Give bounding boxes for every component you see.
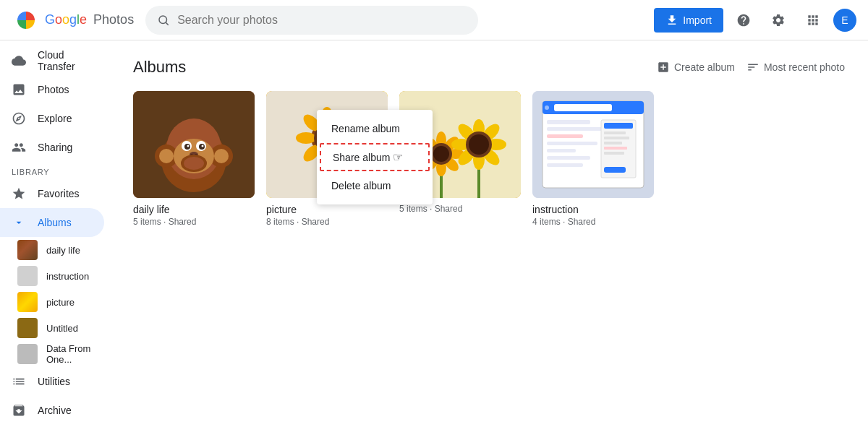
svg-point-0 (159, 16, 167, 24)
album-untitled-label: Untitled (46, 323, 78, 334)
albums-expand-icon (12, 215, 26, 230)
context-menu-share[interactable]: Share album ☞ (320, 143, 430, 171)
context-menu: Rename album Share album ☞ Delete album (317, 110, 433, 204)
sidebar-item-albums[interactable]: Albums (0, 208, 104, 237)
sidebar-album-picture[interactable]: picture (0, 289, 104, 315)
sidebar-item-archive[interactable]: Archive (0, 396, 104, 425)
logo-text: Google Photos (45, 12, 134, 27)
album-instruction-label: instruction (46, 271, 89, 282)
search-icon (157, 14, 170, 27)
album-picture-label: picture (46, 297, 75, 308)
svg-rect-82 (604, 167, 626, 173)
svg-rect-76 (604, 123, 633, 129)
sidebar: Cloud Transfer Photos Explore Sharing LI… (0, 40, 110, 427)
album-thumb-data (17, 344, 38, 364)
svg-point-62 (469, 134, 489, 155)
album-data-label: Data From One... (46, 343, 93, 365)
instruction-image (532, 91, 654, 198)
help-icon (736, 13, 751, 27)
album-name-daily-life: daily life (133, 204, 255, 215)
sort-icon (746, 61, 760, 74)
sidebar-item-explore[interactable]: Explore (0, 104, 104, 133)
utilities-icon (12, 374, 26, 389)
sidebar-album-instruction[interactable]: instruction (0, 263, 104, 289)
svg-rect-81 (604, 152, 624, 155)
sidebar-album-untitled[interactable]: Untitled (0, 315, 104, 341)
svg-rect-78 (604, 137, 629, 139)
sidebar-item-sharing[interactable]: Sharing (0, 133, 104, 162)
sidebar-album-daily-life[interactable]: daily life (0, 237, 104, 263)
svg-point-14 (187, 145, 190, 147)
apps-button[interactable] (799, 6, 827, 35)
create-album-icon (657, 61, 670, 74)
album-meta-daily-life: 5 items · Shared (133, 217, 255, 227)
album-thumb-daily-life (17, 240, 38, 260)
sharing-icon (12, 140, 26, 155)
album-daily-life-label: daily life (46, 245, 80, 256)
import-button[interactable]: Import (654, 8, 723, 33)
svg-rect-74 (547, 163, 583, 167)
search-input[interactable] (177, 14, 467, 27)
context-menu-delete[interactable]: Delete album (317, 173, 433, 199)
photos-label: Photos (38, 84, 69, 95)
album-cover-daily-life (133, 91, 255, 198)
svg-point-15 (202, 145, 204, 147)
sidebar-item-favorites[interactable]: Favorites (0, 179, 104, 208)
favorites-icon (12, 186, 26, 201)
svg-point-26 (296, 132, 316, 144)
svg-line-1 (166, 22, 169, 25)
utilities-label: Utilities (38, 376, 70, 387)
svg-point-51 (433, 146, 449, 162)
albums-grid: daily life 5 items · Shared (133, 91, 845, 227)
sidebar-item-cloud-transfer[interactable]: Cloud Transfer (0, 46, 104, 75)
search-bar[interactable] (145, 6, 478, 35)
album-card-instruction[interactable]: instruction 4 items · Shared (532, 91, 654, 227)
most-recent-label: Most recent photo (764, 61, 845, 73)
context-menu-rename[interactable]: Rename album (317, 116, 433, 142)
svg-rect-73 (547, 156, 590, 160)
svg-rect-66 (554, 104, 612, 111)
svg-rect-70 (547, 134, 583, 138)
sidebar-item-photos[interactable]: Photos (0, 75, 104, 104)
album-meta-picture: 8 items · Shared (266, 217, 388, 227)
help-button[interactable] (729, 6, 758, 35)
create-album-label: Create album (674, 61, 735, 73)
logo: Google Photos (12, 6, 134, 35)
album-meta-instruction: 4 items · Shared (532, 217, 654, 227)
album-thumb-picture (17, 292, 38, 312)
sharing-label: Sharing (38, 142, 72, 153)
albums-label: Albums (38, 217, 72, 228)
cloud-icon (12, 53, 26, 68)
svg-rect-68 (547, 120, 590, 124)
cloud-transfer-label: Cloud Transfer (38, 49, 93, 72)
album-thumb-instruction (17, 266, 38, 286)
avatar[interactable]: E (833, 9, 856, 32)
archive-label: Archive (38, 405, 72, 416)
page-title: Albums (133, 58, 186, 77)
svg-point-67 (545, 105, 549, 110)
archive-icon (12, 403, 26, 418)
apps-icon (806, 13, 820, 27)
monkey-image (133, 91, 255, 198)
photo-icon (12, 82, 26, 97)
most-recent-button[interactable]: Most recent photo (746, 61, 845, 74)
album-card-daily-life[interactable]: daily life 5 items · Shared (133, 91, 255, 227)
main-content: Albums Create album Most recent photo (110, 40, 868, 427)
settings-icon (771, 13, 786, 27)
page-header: Albums Create album Most recent photo (133, 58, 845, 77)
svg-point-8 (214, 149, 229, 163)
album-name-picture: picture (266, 204, 388, 215)
create-album-button[interactable]: Create album (657, 61, 735, 74)
google-photos-logo-icon (12, 6, 41, 35)
explore-label: Explore (38, 113, 72, 124)
layout: Cloud Transfer Photos Explore Sharing LI… (0, 40, 868, 427)
svg-point-6 (159, 149, 174, 163)
svg-rect-69 (547, 127, 605, 131)
sidebar-album-data-from-ones[interactable]: Data From One... (0, 341, 104, 367)
sidebar-item-utilities[interactable]: Utilities (0, 367, 104, 396)
upload-icon (665, 14, 678, 27)
album-cover-instruction (532, 91, 654, 198)
album-meta-album3: 5 items · Shared (399, 204, 521, 214)
svg-rect-72 (547, 149, 576, 152)
settings-button[interactable] (764, 6, 793, 35)
